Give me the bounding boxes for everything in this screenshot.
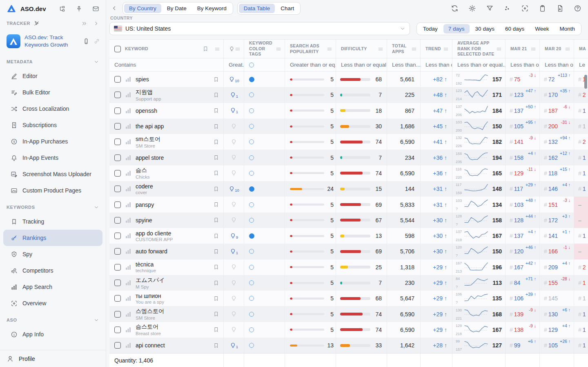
suggestions-bulb[interactable] bbox=[230, 139, 237, 145]
table-row[interactable]: sm스토어 SM Store 5 74 6,590 +41 ↑ 1 bbox=[109, 134, 588, 150]
row-checkbox[interactable] bbox=[114, 123, 121, 130]
suggestions-bulb[interactable] bbox=[230, 201, 237, 208]
bookmark-icon[interactable] bbox=[213, 217, 219, 223]
bookmark-icon[interactable] bbox=[213, 170, 219, 176]
filter-cell-m19[interactable]: Le bbox=[574, 58, 588, 71]
range-today[interactable]: Today bbox=[418, 24, 443, 34]
color-tag[interactable] bbox=[249, 155, 254, 160]
phone-icon[interactable] bbox=[83, 38, 89, 45]
column-header-m21[interactable]: MAR 21 bbox=[506, 40, 540, 58]
color-tag[interactable] bbox=[249, 233, 254, 239]
column-menu-icon[interactable] bbox=[378, 46, 383, 52]
suggestions-bulb[interactable] bbox=[230, 295, 237, 302]
keyword-chart-icon[interactable] bbox=[125, 264, 131, 271]
table-row[interactable]: 지원앱 Support app 1 5 7 225 +48 ↑ 12 bbox=[109, 87, 588, 103]
funnel-icon[interactable] bbox=[486, 4, 494, 12]
filter-cell-diff[interactable]: Less than or equal ... bbox=[336, 58, 387, 71]
range-60-days[interactable]: 60 days bbox=[500, 24, 529, 34]
color-tag[interactable] bbox=[249, 218, 254, 223]
row-checkbox[interactable] bbox=[114, 92, 121, 98]
keyword-chart-icon[interactable] bbox=[125, 248, 131, 255]
clipboard-icon[interactable] bbox=[539, 4, 546, 12]
keyword-chart-icon[interactable] bbox=[125, 280, 131, 286]
row-checkbox[interactable] bbox=[114, 170, 121, 177]
column-menu-icon[interactable] bbox=[276, 46, 281, 52]
suggestions-bulb[interactable] bbox=[230, 280, 237, 286]
range-week[interactable]: Week bbox=[530, 24, 554, 34]
sidebar-item-custom-product-pages[interactable]: Custom Product Pages bbox=[0, 182, 106, 199]
column-header-diff[interactable]: DIFFICULTY bbox=[336, 40, 387, 58]
bookmark-icon[interactable] bbox=[213, 139, 219, 145]
expand-icon[interactable] bbox=[93, 20, 99, 27]
link-icon[interactable] bbox=[94, 38, 100, 45]
row-checkbox[interactable] bbox=[114, 201, 121, 208]
keyword-chart-icon[interactable] bbox=[125, 92, 131, 98]
suggestions-bulb[interactable]: 9 bbox=[229, 233, 238, 239]
color-tag[interactable] bbox=[249, 312, 254, 317]
scan-target-icon[interactable] bbox=[521, 4, 529, 12]
keyword-chart-icon[interactable] bbox=[125, 107, 131, 114]
color-tag[interactable] bbox=[249, 108, 254, 113]
range-30-days[interactable]: 30 days bbox=[470, 24, 499, 34]
color-tag[interactable] bbox=[249, 171, 254, 176]
row-checkbox[interactable] bbox=[114, 264, 121, 271]
table-row[interactable]: openssh 1 5 18 867 +47 ↑ 137206 bbox=[109, 103, 588, 119]
table-row[interactable]: appel store 5 7 234 +36 ↑ 158235 bbox=[109, 150, 588, 165]
range-month[interactable]: Month bbox=[555, 24, 580, 34]
suggestions-bulb[interactable] bbox=[230, 217, 237, 224]
row-checkbox[interactable] bbox=[114, 342, 121, 349]
file-export-icon[interactable] bbox=[556, 4, 564, 12]
filter-cell-m20[interactable]: Less than o... bbox=[540, 58, 574, 71]
back-button[interactable] bbox=[111, 5, 118, 11]
bookmark-icon[interactable] bbox=[213, 123, 219, 130]
color-tag[interactable] bbox=[249, 249, 254, 254]
keyword-chart-icon[interactable] bbox=[125, 217, 131, 224]
row-checkbox[interactable] bbox=[114, 311, 121, 318]
sidebar-item-cross-localization[interactable]: Cross Localization bbox=[0, 101, 106, 117]
row-checkbox[interactable] bbox=[114, 76, 121, 83]
tab-by-country[interactable]: By Country bbox=[124, 4, 161, 13]
keyword-chart-icon[interactable] bbox=[125, 311, 131, 318]
sidebar-item-in-app-events[interactable]: In-App Events bbox=[0, 150, 106, 166]
bookmark-icon[interactable] bbox=[213, 92, 219, 98]
filter-cell-keyword[interactable]: Contains bbox=[109, 58, 224, 71]
profile-item[interactable]: Profile bbox=[0, 350, 106, 367]
dots-icon[interactable] bbox=[503, 4, 511, 12]
table-row[interactable]: spyine 5 67 5,544 +30 ↑ 128? bbox=[109, 213, 588, 228]
suggestions-bulb[interactable]: 10 bbox=[228, 186, 239, 192]
bookmark-icon[interactable] bbox=[213, 327, 219, 333]
pin-icon[interactable] bbox=[76, 5, 82, 12]
keyword-chart-icon[interactable] bbox=[125, 186, 131, 192]
sidebar-item-rankings[interactable]: Rankings bbox=[3, 230, 102, 246]
color-tag[interactable] bbox=[249, 296, 254, 301]
filter-cell-pop[interactable]: Greater than or eq... bbox=[285, 58, 336, 71]
filter-cell-total[interactable]: Less than... bbox=[387, 58, 421, 71]
bookmark-icon[interactable] bbox=[213, 280, 219, 286]
column-header-m20[interactable]: MAR 20 bbox=[540, 40, 574, 58]
row-checkbox[interactable] bbox=[114, 107, 121, 114]
bookmark-icon[interactable] bbox=[203, 46, 209, 52]
column-menu-icon[interactable] bbox=[327, 46, 332, 52]
table-row[interactable]: panspy 5 69 5,833 +31 ↑ 103? bbox=[109, 197, 588, 212]
color-tag[interactable] bbox=[249, 280, 254, 285]
bookmark-icon[interactable] bbox=[213, 295, 219, 302]
suggestions-bulb[interactable] bbox=[230, 154, 237, 161]
sidebar-item-subscriptions[interactable]: $Subscriptions bbox=[0, 117, 106, 133]
sidebar-item-spy[interactable]: Spy bbox=[0, 246, 106, 262]
bookmark-icon[interactable] bbox=[213, 76, 219, 83]
keyword-chart-icon[interactable] bbox=[125, 327, 131, 333]
table-row[interactable]: 슴스토어 Breast store 5 74 6,590 +29 ↑ bbox=[109, 322, 588, 338]
table-row[interactable]: tècnica technique 5 25 1,318 +29 ↑ bbox=[109, 260, 588, 275]
row-checkbox[interactable] bbox=[114, 295, 121, 302]
color-tag-filter[interactable] bbox=[249, 63, 254, 67]
suggestions-bulb[interactable] bbox=[230, 326, 237, 333]
table-row[interactable]: auto forward 1 5 69 5,706 +30 ↑ 1 bbox=[109, 244, 588, 259]
filter-cell-tags[interactable] bbox=[244, 58, 285, 71]
suggestions-bulb[interactable] bbox=[230, 123, 237, 130]
collapse-all-icon[interactable] bbox=[81, 20, 87, 27]
color-tag[interactable] bbox=[249, 202, 254, 207]
column-menu-icon[interactable] bbox=[565, 46, 570, 52]
row-checkbox[interactable] bbox=[114, 139, 121, 145]
row-checkbox[interactable] bbox=[114, 248, 121, 255]
sidebar-item-bulk-editor[interactable]: Bulk Editor bbox=[0, 84, 106, 101]
